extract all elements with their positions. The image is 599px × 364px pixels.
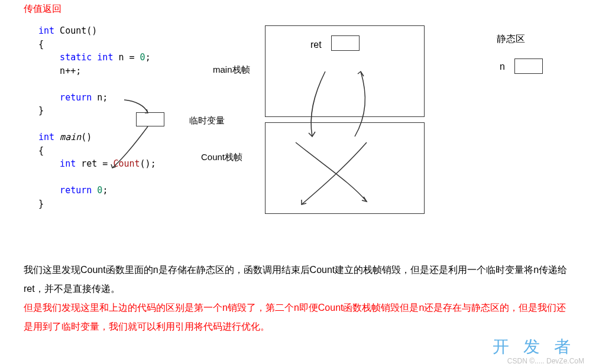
main-frame-label: main栈帧: [213, 64, 250, 76]
temp-var-label: 临时变量: [189, 115, 225, 126]
paragraph-2-red: 但是我们发现这里和上边的代码的区别是第一个n销毁了，第二个n即便Count函数栈…: [24, 298, 575, 336]
watermark-csdn: CSDN ©..... DevZe.CoM: [507, 357, 584, 364]
diagram-area: int Count() { static int n = 0; n++; ret…: [24, 24, 575, 249]
count-stack-frame: [265, 122, 425, 214]
ret-box: [331, 35, 360, 51]
paragraph-1: 我们这里发现Count函数里面的n是存储在静态区的，函数调用结束后Count建立…: [24, 261, 575, 298]
ret-label: ret: [310, 40, 322, 50]
watermark-brand: 开 发 者: [493, 336, 575, 358]
n-label: n: [500, 61, 505, 72]
n-box: [514, 58, 543, 74]
section-title: 传值返回: [24, 3, 575, 15]
count-frame-label: Count栈帧: [201, 152, 242, 163]
temp-var-box: [136, 112, 164, 126]
static-area-label: 静态区: [497, 33, 525, 46]
